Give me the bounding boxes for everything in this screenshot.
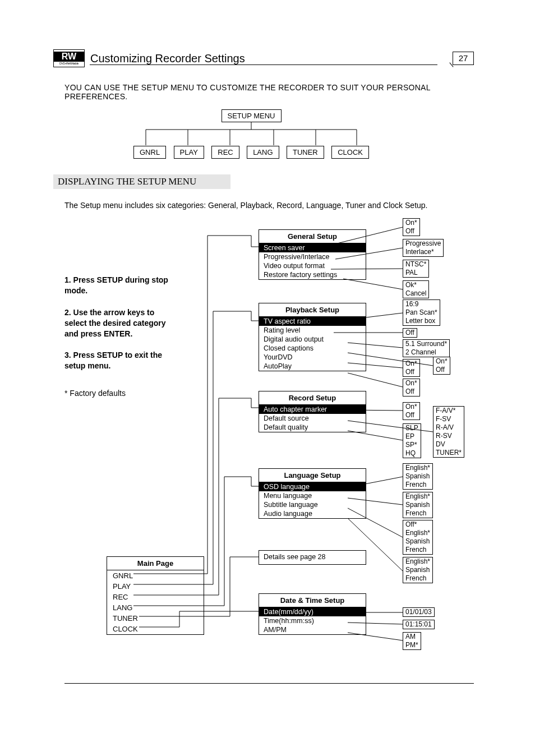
svg-line-17	[348, 373, 403, 387]
footer-rule	[64, 683, 474, 684]
opt-time: 01:15:01	[403, 620, 435, 629]
playback-rating: Rating level	[259, 326, 366, 335]
clock-setup-title: Date & Time Setup	[259, 594, 366, 607]
opt-closed-captions: On*Off	[433, 357, 450, 375]
intro-text: YOU CAN USE THE SETUP MENU TO CUSTOMIZE …	[64, 83, 446, 101]
tree-root: SETUP MENU	[222, 109, 282, 122]
language-setup-box: Language Setup OSD language Menu languag…	[259, 468, 366, 519]
general-restore: Restore factory settings	[259, 270, 366, 279]
opt-digital-audio: 5.1 Surround*2 Channel	[403, 339, 450, 357]
opt-video-out: NTSC*PAL	[403, 260, 429, 278]
general-video-output: Video output format	[259, 261, 366, 270]
header-rule	[90, 64, 437, 65]
general-setup-title: General Setup	[259, 230, 366, 243]
main-page-title: Main Page	[107, 557, 204, 570]
step-2: 2. Use the arrow keys to select the desi…	[64, 307, 171, 339]
main-item-lang: LANG	[107, 602, 204, 613]
instruction-steps: 1. Press SETUP during stop mode. 2. Use …	[64, 275, 171, 399]
record-setup-title: Record Setup	[259, 391, 366, 405]
tree-leaf-lang: LANG	[247, 146, 279, 159]
opt-subtitle-lang: Off*English* SpanishFrench	[403, 520, 433, 555]
tree-leaf-clock: CLOCK	[331, 146, 369, 159]
playback-closed-captions: Closed captions	[259, 344, 366, 353]
main-item-clock: CLOCK	[107, 624, 204, 634]
opt-restore: Ok*Cancel	[403, 280, 429, 298]
badge-small: DVD+ReWritable	[59, 62, 79, 65]
clock-ampm: AM/PM	[259, 625, 366, 634]
language-menu: Menu language	[259, 491, 366, 500]
opt-tv-aspect: 16:9Pan Scan*Letter box	[403, 299, 440, 326]
record-default-quality: Default quality	[259, 423, 366, 432]
clock-setup-box: Date & Time Setup Date(mm/dd/yy) Time(hh…	[259, 593, 366, 635]
setup-menu-tree: SETUP MENU GNRL PLAY REC LANG TUNER CLOC…	[133, 109, 369, 159]
step-1: 1. Press SETUP during stop mode.	[64, 275, 171, 296]
page-title: Customizing Recorder Settings	[90, 52, 453, 65]
rw-badge-icon: RW DVD+ReWritable	[53, 49, 85, 67]
record-setup-box: Record Setup Auto chapter marker Default…	[259, 391, 366, 432]
record-default-source: Default source	[259, 414, 366, 423]
playback-digital-audio: Digital audio output	[259, 335, 366, 344]
opt-osd-lang: English*SpanishFrench	[403, 463, 433, 490]
svg-line-11	[343, 279, 403, 289]
opt-auto-chapter: On*Off	[403, 402, 420, 420]
playback-tv-aspect: TV aspect ratio	[259, 317, 366, 326]
tree-leaf-rec: REC	[211, 146, 239, 159]
language-osd: OSD language	[259, 482, 366, 491]
opt-yourdvd: On*Off	[403, 359, 420, 377]
opt-default-quality: SLPEP SP*HQ	[403, 423, 421, 458]
opt-menu-lang: English*SpanishFrench	[403, 492, 433, 518]
tree-leaf-tuner: TUNER	[287, 146, 324, 159]
opt-autoplay: On*Off	[403, 379, 420, 397]
main-item-tuner: TUNER	[107, 613, 204, 624]
general-setup-box: General Setup Screen saver Progressive/I…	[259, 229, 366, 280]
opt-date: 01/01/03	[403, 607, 435, 617]
badge-big: RW	[54, 52, 84, 62]
main-item-gnrl: GNRL	[107, 570, 204, 581]
opt-audio-lang: English*SpanishFrench	[403, 557, 433, 583]
playback-setup-title: Playback Setup	[259, 303, 366, 317]
opt-prog-inter: ProgressiveInterlace*	[403, 239, 444, 257]
playback-setup-box: Playback Setup TV aspect ratio Rating le…	[259, 303, 366, 371]
playback-autoplay: AutoPlay	[259, 362, 366, 371]
main-page-box: Main Page GNRL PLAY REC LANG TUNER CLOCK	[107, 556, 204, 635]
section-paragraph: The Setup menu includes six categories: …	[64, 201, 428, 210]
main-item-play: PLAY	[107, 581, 204, 592]
opt-rating: Off	[403, 328, 417, 338]
opt-screen-saver: On*Off	[403, 218, 420, 236]
factory-defaults-note: * Factory defaults	[64, 388, 171, 399]
playback-yourdvd: YourDVD	[259, 353, 366, 362]
tree-leaf-play: PLAY	[174, 146, 204, 159]
page-number: 27	[453, 52, 474, 65]
language-audio: Audio language	[259, 509, 366, 518]
step-3: 3. Press SETUP to exit the setup menu.	[64, 350, 171, 371]
opt-ampm: AMPM*	[403, 632, 421, 650]
general-screen-saver: Screen saver	[259, 243, 366, 252]
tuner-detail-text: Details see page 28	[259, 551, 366, 563]
opt-default-source: F-A/V*F-SV R-A/VR-SV DVTUNER*	[433, 406, 464, 458]
section-heading: DISPLAYING THE SETUP MENU	[53, 174, 230, 189]
language-subtitle: Subtitle language	[259, 500, 366, 509]
general-progressive: Progressive/Interlace	[259, 252, 366, 261]
tree-leaf-gnrl: GNRL	[133, 146, 166, 159]
clock-time: Time(hh:mm:ss)	[259, 616, 366, 625]
clock-date: Date(mm/dd/yy)	[259, 607, 366, 616]
tuner-detail-box: Details see page 28	[259, 550, 366, 565]
language-setup-title: Language Setup	[259, 469, 366, 482]
main-item-rec: REC	[107, 592, 204, 602]
record-auto-chapter: Auto chapter marker	[259, 405, 366, 414]
